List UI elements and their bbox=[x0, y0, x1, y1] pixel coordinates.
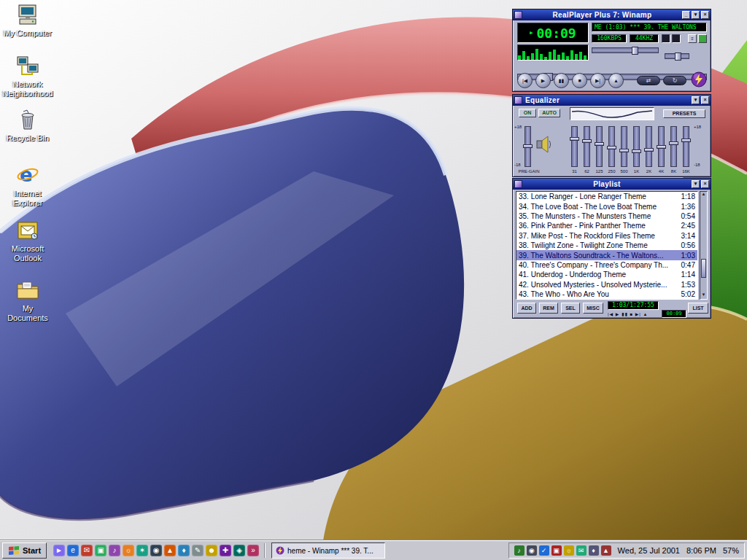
eq-band-slider-16k[interactable] bbox=[683, 126, 689, 167]
quicklaunch-icon-10[interactable]: ♦ bbox=[178, 545, 190, 556]
mini-transport-controls[interactable]: |◀ ▶ ▮▮ ■ ▶| ▲ bbox=[608, 311, 659, 316]
presets-button[interactable]: PRESETS bbox=[663, 109, 705, 118]
desktop-icon-recycle-bin[interactable]: Recycle Bin bbox=[1, 108, 54, 143]
equalizer-titlebar[interactable]: Equalizer ▾ × bbox=[513, 95, 711, 106]
shade-icon[interactable]: ▾ bbox=[692, 180, 700, 188]
eq-band-slider-250[interactable] bbox=[608, 126, 615, 167]
quicklaunch-icon-1[interactable]: ► bbox=[53, 545, 65, 556]
quicklaunch-icon-6[interactable]: ☼ bbox=[123, 545, 134, 556]
minimize-icon[interactable]: _ bbox=[682, 11, 690, 19]
playlist-row[interactable]: 41. Underdog - Underdog Theme1:14 bbox=[516, 270, 697, 279]
time-display: ▶ 00:09 bbox=[517, 23, 589, 43]
shuffle-button[interactable]: ⇄ bbox=[637, 76, 660, 85]
quicklaunch-icon-15[interactable]: » bbox=[247, 545, 259, 556]
playlist-row[interactable]: 33. Lone Ranger - Lone Ranger Theme1:18 bbox=[516, 192, 697, 201]
close-icon[interactable]: × bbox=[701, 180, 709, 188]
shade-icon[interactable]: ▾ bbox=[692, 96, 700, 104]
system-tray: ♪ ◉ ✓ ▣ ☼ ✉ ♦ ▲ Wed, 25 Jul 2001 8:06 PM… bbox=[508, 542, 745, 559]
scrollbar-thumb[interactable] bbox=[701, 259, 706, 278]
repeat-button[interactable]: ↻ bbox=[663, 76, 686, 85]
desktop-icon-internet-explorer[interactable]: e Internet Explorer bbox=[1, 163, 54, 207]
main-titlebar[interactable]: RealPlayer Plus 7: Winamp _ ▾ × bbox=[513, 9, 711, 20]
rem-button[interactable]: REM bbox=[539, 303, 558, 314]
shade-icon[interactable]: ▾ bbox=[692, 11, 700, 19]
close-icon[interactable]: × bbox=[701, 11, 709, 19]
my-computer-icon bbox=[16, 3, 39, 26]
eq-on-button[interactable]: ON bbox=[519, 109, 536, 117]
quicklaunch-icon-9[interactable]: ▲ bbox=[164, 545, 176, 556]
misc-button[interactable]: MISC bbox=[583, 303, 603, 314]
playlist-row[interactable]: 34. The Love Boat - The Love Boat Theme1… bbox=[516, 201, 697, 211]
tray-icon-1[interactable]: ♪ bbox=[514, 545, 525, 556]
tray-icon-6[interactable]: ✉ bbox=[576, 545, 587, 556]
playlist-row[interactable]: 36. Pink Panther - Pink Panther Theme2:4… bbox=[516, 221, 697, 230]
playlist-row-selected[interactable]: 39. The Waltons Soundtrack - The Waltons… bbox=[516, 250, 697, 260]
playlist-row[interactable]: 37. Mike Post - The Rockford Files Theme… bbox=[516, 231, 697, 241]
playlist-row[interactable]: 43. The Who - Who Are You5:02 bbox=[516, 289, 697, 299]
eq-band-slider-125[interactable] bbox=[596, 126, 603, 167]
taskbar: Start ► e ✉ ▣ ♪ ☼ ✶ ◉ ▲ ♦ ✎ ☻ ✚ ◈ » heme… bbox=[0, 540, 747, 560]
quicklaunch-icon-14[interactable]: ◈ bbox=[233, 545, 245, 556]
equalizer-window: Equalizer ▾ × ON AUTO PRESETS +18 -18 +1… bbox=[512, 94, 711, 177]
winamp-task-button[interactable]: heme - Winamp *** 39. T... bbox=[271, 542, 385, 559]
playlist-row[interactable]: 40. Three's Company - Three's Company Th… bbox=[516, 260, 697, 270]
playlist-scrollbar[interactable]: ▲ ▼ bbox=[700, 191, 708, 300]
desktop: My Computer Network Neighborhood Recycle… bbox=[0, 0, 747, 560]
icon-label: My Computer bbox=[1, 28, 54, 38]
tray-icon-7[interactable]: ♦ bbox=[589, 545, 599, 556]
pause-button[interactable]: ▮▮ bbox=[554, 73, 569, 88]
tray-icon-5[interactable]: ☼ bbox=[564, 545, 574, 556]
samplerate-display: 44KHZ bbox=[630, 34, 659, 43]
pl-toggle-button[interactable] bbox=[698, 34, 707, 43]
volume-slider[interactable] bbox=[592, 47, 659, 53]
quicklaunch-icon-4[interactable]: ▣ bbox=[95, 545, 107, 556]
quicklaunch-icon-2[interactable]: e bbox=[67, 545, 79, 556]
playlist-titlebar[interactable]: Playlist ▾ × bbox=[513, 179, 711, 190]
desktop-icon-my-documents[interactable]: My Documents bbox=[1, 279, 54, 322]
quicklaunch-icon-11[interactable]: ✎ bbox=[192, 545, 204, 556]
quicklaunch-icon-5[interactable]: ♪ bbox=[109, 545, 120, 556]
playlist-title: Playlist bbox=[522, 180, 692, 188]
winamp-icon bbox=[514, 11, 522, 19]
tray-icon-8[interactable]: ▲ bbox=[601, 545, 611, 556]
previous-button[interactable]: |◀ bbox=[517, 73, 533, 88]
eq-band-slider-1k[interactable] bbox=[633, 126, 640, 167]
playlist-row[interactable]: 42. Unsolved Mysteries - Unsolved Myster… bbox=[516, 280, 697, 289]
eq-band-slider-62[interactable] bbox=[584, 126, 590, 167]
eq-band-slider-4k[interactable] bbox=[658, 126, 665, 167]
eq-toggle-button[interactable]: ≡ bbox=[688, 34, 697, 43]
eq-band-slider-31[interactable] bbox=[571, 126, 578, 167]
list-button[interactable]: LIST bbox=[688, 303, 708, 314]
eq-band-slider-8k[interactable] bbox=[670, 126, 677, 167]
playlist-row[interactable]: 35. The Munsters - The Munsters Theme0:5… bbox=[516, 211, 697, 221]
quicklaunch-icon-7[interactable]: ✶ bbox=[136, 545, 148, 556]
close-icon[interactable]: × bbox=[701, 96, 709, 104]
add-button[interactable]: ADD bbox=[517, 303, 536, 314]
desktop-icon-microsoft-outlook[interactable]: Microsoft Outlook bbox=[1, 219, 54, 262]
quicklaunch-icon-8[interactable]: ◉ bbox=[150, 545, 162, 556]
playlist-time-display: 1:03/1:27:55 bbox=[608, 301, 659, 310]
quicklaunch-icon-12[interactable]: ☻ bbox=[206, 545, 217, 556]
eq-band-slider-500[interactable] bbox=[621, 126, 627, 167]
eq-auto-button[interactable]: AUTO bbox=[538, 109, 560, 117]
play-button[interactable]: ▶ bbox=[535, 73, 551, 88]
desktop-icon-my-computer[interactable]: My Computer bbox=[1, 3, 54, 38]
scale-bottom-label: -18 bbox=[514, 163, 521, 167]
desktop-icon-network-neighborhood[interactable]: Network Neighborhood bbox=[1, 54, 54, 98]
eq-band-slider-2k[interactable] bbox=[646, 126, 652, 167]
playlist-row[interactable]: 38. Twilight Zone - Twilight Zone Theme0… bbox=[516, 241, 697, 250]
sel-button[interactable]: SEL bbox=[561, 303, 580, 314]
quicklaunch-icon-3[interactable]: ✉ bbox=[81, 545, 93, 556]
stop-button[interactable]: ■ bbox=[572, 73, 587, 88]
next-button[interactable]: ▶| bbox=[590, 73, 605, 88]
tray-icon-2[interactable]: ◉ bbox=[527, 545, 537, 556]
winamp-logo-button[interactable] bbox=[691, 71, 707, 90]
pregain-slider[interactable] bbox=[525, 126, 531, 167]
quicklaunch-icon-13[interactable]: ✚ bbox=[220, 545, 231, 556]
tray-icon-4[interactable]: ▣ bbox=[551, 545, 562, 556]
eject-button[interactable]: ▲ bbox=[608, 73, 624, 88]
balance-slider[interactable] bbox=[665, 53, 689, 59]
start-button[interactable]: Start bbox=[2, 542, 47, 559]
tray-icon-3[interactable]: ✓ bbox=[539, 545, 549, 556]
mono-indicator bbox=[662, 34, 670, 43]
